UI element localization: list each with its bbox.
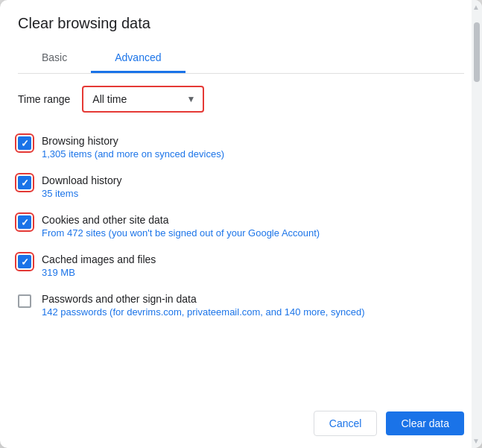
checkmark-icon: ✓ (21, 218, 29, 227)
item-content-cookies: Cookies and other site data From 472 sit… (42, 214, 464, 239)
checkbox-browsing-history[interactable]: ✓ (18, 136, 31, 150)
time-range-select-wrapper[interactable]: Last hour Last 24 hours Last 7 days Last… (82, 86, 204, 113)
tabs-container: Basic Advanced (18, 44, 464, 74)
cancel-button[interactable]: Cancel (314, 411, 378, 436)
time-range-select[interactable]: Last hour Last 24 hours Last 7 days Last… (83, 87, 203, 111)
item-title: Download history (42, 174, 464, 186)
clear-browsing-data-dialog: ▲ ▼ Clear browsing data Basic Advanced T… (0, 0, 482, 448)
time-range-label: Time range (18, 93, 70, 105)
dialog-title: Clear browsing data (18, 15, 464, 32)
dialog-footer: Cancel Clear data (0, 399, 482, 448)
checkbox-cached-images[interactable]: ✓ (18, 255, 31, 268)
list-item: Passwords and other sign-in data 142 pas… (18, 285, 464, 325)
item-subtitle: 35 items (42, 188, 464, 199)
item-subtitle: 142 passwords (for devrims.com, privatee… (42, 306, 464, 318)
checkbox-icon-cached[interactable]: ✓ (18, 255, 31, 268)
item-title: Cached images and files (42, 253, 464, 265)
checkbox-passwords[interactable] (18, 294, 31, 308)
scroll-down-arrow: ▼ (472, 437, 480, 445)
checkmark-icon: ✓ (21, 178, 29, 188)
checkbox-icon-cookies[interactable]: ✓ (18, 215, 31, 229)
item-content-download: Download history 35 items (42, 174, 464, 199)
checkbox-icon-passwords[interactable] (18, 294, 31, 308)
item-title: Browsing history (42, 135, 464, 147)
item-title: Passwords and other sign-in data (42, 293, 464, 305)
scrollbar[interactable]: ▲ ▼ (472, 0, 482, 448)
list-item: ✓ Download history 35 items (18, 167, 464, 206)
scroll-up-arrow: ▲ (472, 3, 480, 11)
checkmark-icon: ✓ (21, 257, 29, 267)
dialog-body: Time range Last hour Last 24 hours Last … (0, 74, 482, 399)
item-content-browsing: Browsing history 1,305 items (and more o… (42, 135, 464, 160)
tab-advanced[interactable]: Advanced (91, 44, 185, 73)
list-item: ✓ Browsing history 1,305 items (and more… (18, 127, 464, 167)
time-range-row: Time range Last hour Last 24 hours Last … (18, 86, 464, 113)
item-subtitle: 319 MB (42, 267, 464, 278)
checkbox-list: ✓ Browsing history 1,305 items (and more… (18, 127, 464, 325)
item-subtitle: 1,305 items (and more on synced devices) (42, 148, 464, 160)
item-subtitle: From 472 sites (you won't be signed out … (42, 227, 464, 239)
tab-basic[interactable]: Basic (18, 44, 91, 73)
list-item: ✓ Cookies and other site data From 472 s… (18, 206, 464, 246)
dialog-header: Clear browsing data Basic Advanced (0, 0, 482, 74)
checkmark-icon: ✓ (21, 139, 29, 148)
checkbox-icon-browsing[interactable]: ✓ (18, 136, 31, 150)
item-content-cached: Cached images and files 319 MB (42, 253, 464, 278)
clear-data-button[interactable]: Clear data (386, 411, 464, 435)
item-content-passwords: Passwords and other sign-in data 142 pas… (42, 293, 464, 318)
checkbox-download-history[interactable]: ✓ (18, 176, 31, 189)
list-item: ✓ Cached images and files 319 MB (18, 246, 464, 285)
checkbox-icon-download[interactable]: ✓ (18, 176, 31, 189)
scrollbar-thumb[interactable] (474, 22, 480, 82)
item-title: Cookies and other site data (42, 214, 464, 226)
checkbox-cookies[interactable]: ✓ (18, 215, 31, 229)
